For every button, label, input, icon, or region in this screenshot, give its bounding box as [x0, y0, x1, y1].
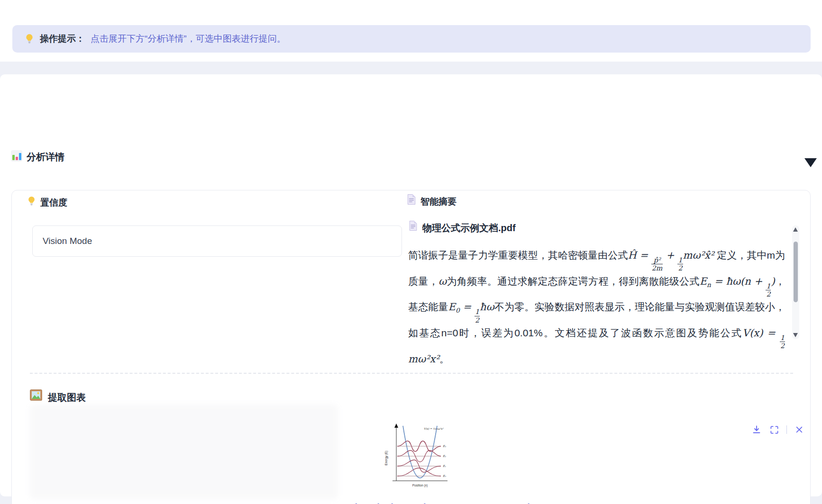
figure-filename-link[interactable]: p1_1764485344_img_in_image_box_221_150_9… — [12, 502, 810, 504]
download-button[interactable] — [751, 424, 762, 435]
extracted-charts-title: 提取图表 — [48, 391, 86, 404]
triangle-down-icon — [804, 158, 817, 167]
extracted-figure-image[interactable]: Energy (E) Position (x) V(x) = ½mω²x² E₃… — [382, 420, 451, 491]
figure-level-label: E₀ — [443, 475, 446, 477]
confidence-value-card: Vision Mode — [32, 225, 402, 257]
summary-paragraph: 简谐振子是量子力学重要模型，其哈密顿量由公式Ĥ = p̂²2m + 12mω²x… — [408, 246, 785, 368]
figure-annotation: V(x) = ½mω²x² — [424, 427, 444, 430]
top-bar: 操作提示： 点击展开下方“分析详情”，可选中图表进行提问。 — [0, 0, 822, 62]
close-icon — [795, 425, 804, 434]
analysis-panel: 置信度 Vision Mode 智能摘要 物理公式示例文档.p — [11, 190, 811, 504]
actions-separator — [786, 425, 787, 434]
figure-actions — [751, 424, 804, 435]
close-button[interactable] — [794, 424, 804, 435]
summary-title: 智能摘要 — [420, 196, 457, 208]
tip-banner: 操作提示： 点击展开下方“分析详情”，可选中图表进行提问。 — [12, 25, 811, 53]
confidence-value: Vision Mode — [43, 236, 92, 246]
figure-xlabel: Position (x) — [412, 484, 428, 487]
summary-doc-name: 物理公式示例文档.pdf — [422, 222, 516, 234]
dashed-divider — [30, 373, 793, 374]
figure-ylabel: Energy (E) — [384, 450, 388, 465]
confidence-title: 置信度 — [40, 197, 67, 209]
fullscreen-button[interactable] — [769, 424, 779, 435]
scrollbar-thumb[interactable] — [794, 242, 798, 302]
collapse-toggle[interactable] — [801, 154, 820, 171]
tip-label: 操作提示： — [40, 33, 85, 45]
download-icon — [752, 425, 761, 434]
document-icon — [409, 221, 417, 231]
section-title: 分析详情 — [27, 151, 64, 163]
lightbulb-icon — [25, 34, 34, 44]
document-icon — [407, 194, 416, 205]
figure-level-label: E₁ — [443, 465, 446, 468]
background-ghost — [30, 405, 338, 499]
bar-chart-icon — [11, 150, 22, 162]
scroll-up-icon[interactable] — [793, 227, 798, 232]
lightbulb-icon — [27, 196, 36, 206]
figure-level-label: E₂ — [443, 455, 446, 458]
analysis-section: 分析详情 置信度 Vision Mode 智能摘要 — [0, 74, 822, 496]
picture-icon — [30, 389, 42, 401]
figure-level-label: E₃ — [443, 445, 446, 448]
tip-message: 点击展开下方“分析详情”，可选中图表进行提问。 — [91, 33, 286, 45]
scroll-down-icon[interactable] — [793, 333, 798, 337]
fullscreen-icon — [770, 425, 779, 434]
summary-scrollbar[interactable] — [792, 225, 799, 339]
